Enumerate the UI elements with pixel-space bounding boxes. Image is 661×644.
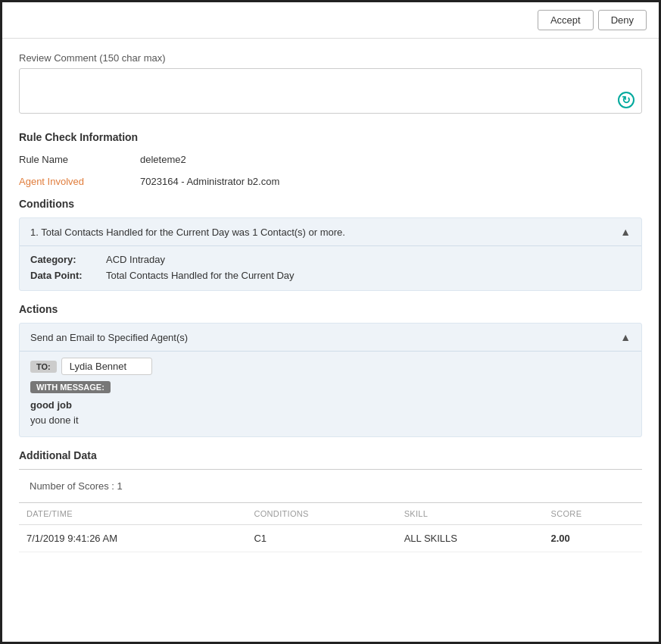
col-header-skill: SKILL <box>397 503 544 525</box>
table-row: 7/1/2019 9:41:26 AM C1 ALL SKILLS 2.00 <box>19 525 642 552</box>
datapoint-value: Total Contacts Handled for the Current D… <box>106 270 295 281</box>
refresh-icon[interactable]: ↻ <box>618 92 634 108</box>
recipient-box: Lydia Bennet <box>61 358 152 375</box>
deny-button[interactable]: Deny <box>598 10 647 30</box>
agent-involved-label: Agent Involved <box>19 176 140 187</box>
cell-conditions: C1 <box>246 525 396 552</box>
cell-datetime: 7/1/2019 9:41:26 AM <box>19 525 246 552</box>
message-tag: WITH MESSAGE: <box>30 381 111 393</box>
category-value: ACD Intraday <box>106 254 165 265</box>
cell-skill: ALL SKILLS <box>397 525 544 552</box>
top-bar: Accept Deny <box>2 2 659 39</box>
actions-collapse-icon[interactable]: ▲ <box>620 331 631 343</box>
col-header-score: SCORE <box>544 503 642 525</box>
to-tag: TO: <box>30 361 57 373</box>
message-body: good job you done it <box>30 398 631 427</box>
data-table: DATE/TIME CONDITIONS SKILL SCORE 7/1/201… <box>19 502 642 552</box>
review-comment-input[interactable] <box>19 68 642 114</box>
cell-score: 2.00 <box>544 525 642 552</box>
message-tag-row: WITH MESSAGE: <box>30 381 631 398</box>
review-comment-wrapper: ↻ <box>19 68 642 116</box>
rule-name-value: deleteme2 <box>140 154 186 165</box>
review-comment-label: Review Comment (150 char max) <box>19 52 642 64</box>
num-scores: Number of Scores : 1 <box>30 480 642 492</box>
category-label: Category: <box>30 254 106 265</box>
agent-involved-value: 7023164 - Administrator b2.com <box>140 176 279 187</box>
condition-header-1: 1. Total Contacts Handled for the Curren… <box>20 218 641 245</box>
rule-name-label: Rule Name <box>19 154 140 165</box>
datapoint-label: Data Point: <box>30 270 106 281</box>
divider <box>19 469 642 470</box>
message-line-1: good job <box>30 398 631 413</box>
condition-text-1: 1. Total Contacts Handled for the Curren… <box>30 227 345 238</box>
actions-title: Actions <box>19 303 642 315</box>
actions-text-1: Send an Email to Specified Agent(s) <box>30 332 188 343</box>
message-line-2: you done it <box>30 413 631 428</box>
condition-collapse-icon[interactable]: ▲ <box>620 226 631 238</box>
table-header-row: DATE/TIME CONDITIONS SKILL SCORE <box>19 503 642 525</box>
refresh-circle-icon: ↻ <box>618 92 634 108</box>
actions-body-1: TO: Lydia Bennet WITH MESSAGE: good job … <box>20 351 641 436</box>
additional-data-section: Additional Data Number of Scores : 1 DAT… <box>19 449 642 552</box>
col-header-datetime: DATE/TIME <box>19 503 246 525</box>
main-content: Review Comment (150 char max) ↻ Rule Che… <box>2 39 659 566</box>
condition-detail-row-category: Category: ACD Intraday <box>30 254 631 265</box>
condition-detail-row-datapoint: Data Point: Total Contacts Handled for t… <box>30 270 631 281</box>
info-row-rule-name: Rule Name deleteme2 <box>19 154 642 165</box>
condition-details-1: Category: ACD Intraday Data Point: Total… <box>20 245 641 290</box>
to-row: TO: Lydia Bennet <box>30 358 631 375</box>
condition-block-1: 1. Total Contacts Handled for the Curren… <box>19 217 642 291</box>
actions-block-1: Send an Email to Specified Agent(s) ▲ TO… <box>19 323 642 437</box>
actions-header-1: Send an Email to Specified Agent(s) ▲ <box>20 324 641 351</box>
info-row-agent: Agent Involved 7023164 - Administrator b… <box>19 176 642 187</box>
col-header-conditions: CONDITIONS <box>246 503 396 525</box>
conditions-title: Conditions <box>19 198 642 210</box>
rule-check-title: Rule Check Information <box>19 131 642 143</box>
additional-data-title: Additional Data <box>19 449 642 461</box>
accept-button[interactable]: Accept <box>538 10 594 30</box>
